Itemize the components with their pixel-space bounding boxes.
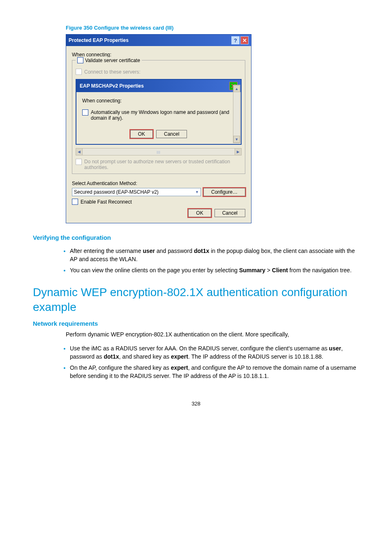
ok-button[interactable]: OK	[188, 209, 211, 217]
validate-cert-fieldset: Validate server certificate Connect to t…	[72, 60, 245, 174]
fast-reconnect-checkbox[interactable]	[72, 199, 78, 205]
auto-logon-checkbox[interactable]	[82, 109, 88, 116]
page-number: 328	[33, 401, 359, 407]
scroll-up-icon[interactable]: ▲	[233, 85, 240, 92]
peap-title-bar: Protected EAP Properties ? ✕	[66, 35, 251, 46]
mschap-title: EAP MSCHAPv2 Properties	[80, 83, 144, 89]
verifying-heading: Verifying the configuration	[33, 234, 359, 241]
scroll-left-icon[interactable]: ◀	[76, 148, 83, 155]
section-heading: Dynamic WEP encryption-802.1X authentica…	[33, 285, 359, 315]
list-item: You can view the online clients on the p…	[70, 266, 359, 274]
fast-reconnect-label: Enable Fast Reconnect	[81, 199, 132, 205]
configure-button[interactable]: Configure…	[203, 188, 245, 196]
validate-cert-label: Validate server certificate	[85, 58, 140, 63]
do-not-prompt-label: Do not prompt user to authorize new serv…	[84, 159, 242, 170]
peap-title: Protected EAP Properties	[69, 37, 129, 43]
auth-method-select[interactable]: Secured password (EAP-MSCHAP v2) ▼	[72, 188, 201, 196]
scroll-right-icon[interactable]: ▶	[235, 148, 241, 155]
figure-caption: Figure 350 Configure the wireless card (…	[66, 25, 359, 31]
intro-text: Perform dynamic WEP encryption-802.1X au…	[66, 330, 359, 338]
scroll-track[interactable]: |||	[83, 148, 235, 155]
when-connecting-label: When connecting:	[72, 52, 245, 58]
validate-cert-checkbox[interactable]	[77, 57, 83, 63]
select-auth-label: Select Authentication Method:	[72, 181, 245, 186]
mschap-title-bar: EAP MSCHAPv2 Properties	[76, 80, 241, 92]
list-item: After entering the username user and pas…	[70, 247, 359, 264]
connect-servers-label: Connect to these servers:	[84, 69, 141, 75]
connect-servers-checkbox[interactable]	[76, 69, 82, 75]
ok-button[interactable]: OK	[130, 130, 153, 138]
auto-logon-label: Automatically use my Windows logon name …	[91, 109, 235, 121]
auth-method-value: Secured password (EAP-MSCHAP v2)	[74, 189, 159, 195]
list-item: Use the iMC as a RADIUS server for AAA. …	[70, 344, 359, 361]
vertical-scrollbar[interactable]: ▲ ▼	[233, 85, 240, 143]
peap-dialog: Protected EAP Properties ? ✕ When connec…	[66, 34, 251, 223]
cancel-button[interactable]: Cancel	[214, 209, 245, 217]
do-not-prompt-checkbox[interactable]	[76, 159, 82, 165]
chevron-down-icon: ▼	[195, 190, 199, 194]
list-item: On the AP, configure the shared key as e…	[70, 364, 359, 380]
mschap-when-connecting: When connecting:	[82, 98, 235, 104]
cancel-button[interactable]: Cancel	[156, 130, 187, 138]
network-requirements-heading: Network requirements	[33, 320, 359, 327]
close-icon[interactable]: ✕	[240, 36, 249, 44]
mschap-dialog: EAP MSCHAPv2 Properties When connecting:…	[76, 79, 242, 145]
scroll-down-icon[interactable]: ▼	[233, 136, 240, 143]
help-icon[interactable]: ?	[231, 36, 240, 44]
horizontal-scrollbar[interactable]: ◀ ||| ▶	[76, 148, 242, 155]
